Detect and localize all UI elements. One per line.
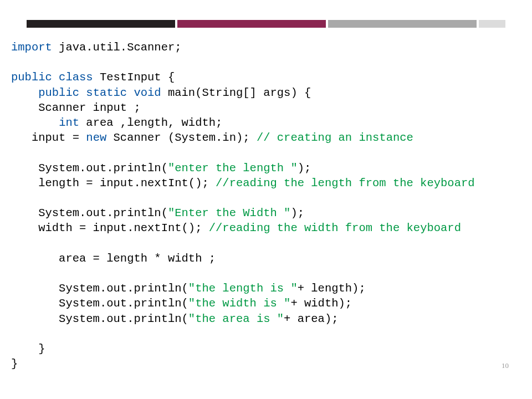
- code-block: import java.util.Scanner; public class T…: [11, 40, 475, 371]
- input-assign-b: Scanner (System.in);: [106, 131, 257, 144]
- str-enter-width: "Enter the Width ": [168, 207, 290, 219]
- println-b: );: [298, 162, 311, 175]
- println-a: System.out.println(: [11, 282, 188, 295]
- kw-public-class: public class: [11, 71, 100, 84]
- close-brace-outer: }: [11, 357, 18, 370]
- indent: [11, 116, 59, 129]
- indent: [11, 86, 38, 99]
- str-length-is: "the length is ": [188, 282, 298, 295]
- kw-int: int: [59, 116, 79, 129]
- println-a: System.out.println(: [11, 162, 168, 175]
- close-brace-inner: }: [11, 342, 45, 355]
- kw-import: import: [11, 41, 52, 54]
- calc-area: area = length * width ;: [11, 252, 216, 265]
- str-enter-length: "enter the length ": [168, 162, 298, 175]
- comment-read-width: //reading the width from the keyboard: [209, 222, 461, 234]
- decor-bar-light: [479, 20, 505, 28]
- decor-bar-dark: [27, 20, 175, 28]
- var-decl: area ,length, width;: [79, 116, 222, 129]
- kw-new: new: [86, 131, 106, 144]
- str-width-is: "the width is ": [188, 297, 291, 310]
- comment-instance: // creating an instance: [257, 131, 413, 144]
- main-sig: main(String[] args) {: [168, 86, 311, 99]
- input-assign-a: input =: [11, 131, 86, 144]
- kw-psv: public static void: [38, 86, 168, 99]
- println-b: + length);: [298, 282, 366, 295]
- txt: java.util.Scanner;: [52, 41, 182, 54]
- read-width: width = input.nextInt();: [11, 222, 209, 234]
- println-b: + area);: [284, 313, 338, 325]
- decor-bar-grey: [328, 20, 477, 28]
- println-a: System.out.println(: [11, 207, 168, 219]
- read-length: length = input.nextInt();: [11, 177, 216, 190]
- println-b: );: [290, 207, 304, 219]
- line-scanner-decl: Scanner input ;: [11, 101, 141, 114]
- comment-read-length: //reading the length from the keyboard: [216, 177, 474, 190]
- class-name: TestInput {: [100, 71, 175, 84]
- println-b: + width);: [290, 297, 352, 310]
- page-number: 10: [502, 361, 509, 370]
- decor-bar-maroon: [177, 20, 326, 28]
- println-a: System.out.println(: [11, 297, 188, 310]
- println-a: System.out.println(: [11, 313, 188, 325]
- str-area-is: "the area is ": [188, 313, 284, 325]
